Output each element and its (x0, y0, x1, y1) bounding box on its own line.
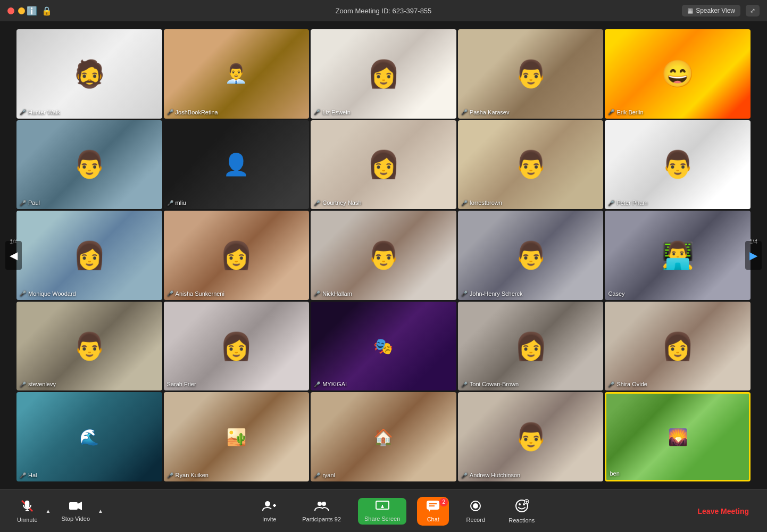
participant-name-shira: 🎤 Shira Ovide (608, 381, 647, 387)
participant-name-ryanl: 🎤 ryanl (314, 472, 335, 478)
participant-cell-hunter-walk: 🧔 🎤 Hunter Walk (16, 29, 162, 119)
participant-name-nick: 🎤 NickHallam (314, 290, 352, 297)
unmute-options-arrow[interactable]: ▲ (45, 508, 52, 514)
lock-icon[interactable]: 🔒 (41, 6, 52, 16)
camera-icon (69, 501, 82, 513)
svg-point-19 (473, 503, 478, 509)
mute-icon-stevenlevy: 🎤 (20, 381, 26, 387)
close-button[interactable] (7, 7, 14, 14)
mute-icon-erik: 🎤 (608, 109, 614, 115)
mute-icon-peter: 🎤 (608, 200, 614, 206)
mute-icon-toni: 🎤 (461, 381, 468, 387)
titlebar-right-controls: ▦ Speaker View ⤢ (682, 5, 760, 16)
reactions-button[interactable]: Reactions (502, 496, 541, 526)
mute-icon-mykigai: 🎤 (314, 381, 320, 387)
participant-name-johnhenry: 🎤 John-Henry Scherck (461, 290, 523, 297)
share-screen-button[interactable]: Share Screen (358, 498, 406, 525)
stop-video-control[interactable]: Stop Video ▲ (55, 498, 104, 525)
participant-cell-shira: 👩 🎤 Shira Ovide (605, 302, 751, 391)
participant-name-stevenlevy: 🎤 stevenlevy (20, 381, 56, 387)
reactions-icon (515, 499, 529, 515)
participant-name-monique: 🎤 Monique Woodard (20, 290, 76, 297)
participant-cell-liz: 👩 🎤 Liz Eswein (311, 29, 456, 119)
info-icon[interactable]: ℹ️ (27, 6, 37, 16)
participant-cell-sarah: 👩 Sarah Frier (164, 302, 310, 391)
participant-cell-ryan: 🏜️ 🎤 Ryan Kuiken (164, 392, 310, 481)
unmute-button[interactable]: Unmute (11, 497, 44, 526)
speaker-view-button[interactable]: ▦ Speaker View (682, 5, 740, 16)
participant-name-andrew: 🎤 Andrew Hutchinson (461, 472, 520, 478)
toolbar: Unmute ▲ Stop Video ▲ (0, 489, 767, 532)
participant-cell-mliu: 👤 🎤 mliu (164, 120, 310, 210)
minimize-button[interactable] (18, 7, 25, 14)
participants-icon-text: Participants (302, 516, 335, 522)
participant-cell-monique: 👩 🎤 Monique Woodard (16, 211, 162, 300)
participant-name-toni: 🎤 Toni Cowan-Brown (461, 381, 519, 387)
chat-label: Chat (427, 516, 439, 522)
previous-page-button[interactable]: ◀ (5, 241, 22, 270)
participant-name-ben: ben (610, 470, 619, 477)
svg-point-9 (318, 502, 322, 506)
svg-point-10 (322, 502, 326, 506)
participant-name-hal: 🎤 Hal (20, 472, 37, 478)
record-button[interactable]: Record (460, 497, 491, 526)
record-label: Record (466, 517, 485, 523)
svg-marker-5 (78, 502, 82, 510)
mute-icon-liz: 🎤 (314, 109, 320, 115)
video-grid: 🧔 🎤 Hunter Walk 👨‍💼 🎤 JoshBookRetina 👩 🎤… (16, 29, 751, 481)
toolbar-left: Unmute ▲ Stop Video ▲ (11, 497, 104, 526)
mute-icon-josh: 🎤 (167, 109, 173, 115)
invite-button[interactable]: Invite (253, 497, 285, 525)
svg-rect-4 (69, 502, 78, 510)
fullscreen-button[interactable]: ⤢ (746, 5, 760, 16)
participants-button[interactable]: Participants 92 (296, 497, 347, 525)
participants-wrapper: Participants 92 (296, 497, 347, 525)
invite-label: Invite (262, 516, 276, 522)
leave-meeting-button[interactable]: Leave Meeting (690, 503, 756, 520)
mute-icon-johnhenry: 🎤 (461, 290, 468, 296)
participant-name-pasha: 🎤 Pasha Karasev (461, 109, 510, 115)
stop-video-button[interactable]: Stop Video (55, 498, 96, 525)
mute-icon-shira: 🎤 (608, 381, 614, 387)
share-screen-icon (376, 501, 389, 513)
participant-cell-erik: 😄 🎤 Erik Berlin (605, 29, 751, 119)
stop-video-options-arrow[interactable]: ▲ (97, 508, 104, 514)
participant-name-mliu: 🎤 mliu (167, 200, 186, 206)
participant-cell-pasha: 👨 🎤 Pasha Karasev (458, 29, 604, 119)
next-page-button[interactable]: ▶ (745, 241, 762, 270)
participant-name-ryan: 🎤 Ryan Kuiken (167, 472, 209, 478)
participant-cell-nick: 👨 🎤 NickHallam (311, 211, 456, 300)
participant-name-peter: 🎤 Peter Pham (608, 200, 647, 206)
toolbar-right: Leave Meeting (690, 503, 756, 520)
svg-rect-14 (427, 501, 439, 510)
participant-name-forrest: 🎤 forrestbrown (461, 200, 502, 206)
participant-cell-peter: 👨 🎤 Peter Pham (605, 120, 751, 210)
participant-name-anisha: 🎤 Anisha Sunkerneni (167, 290, 224, 297)
svg-point-21 (519, 503, 521, 505)
share-screen-label: Share Screen (364, 516, 400, 522)
participant-name-paul: 🎤 Paul (20, 200, 40, 206)
mute-icon-hunter-walk: 🎤 (20, 109, 26, 115)
participant-cell-josh: 👨‍💼 🎤 JoshBookRetina (164, 29, 310, 119)
record-icon (469, 500, 482, 514)
reactions-label: Reactions (508, 517, 535, 523)
unmute-label: Unmute (17, 517, 38, 523)
participants-label: Participants 92 (302, 516, 341, 522)
chat-icon (426, 500, 440, 514)
participant-name-erik: 🎤 Erik Berlin (608, 109, 643, 115)
mute-icon-ryanl: 🎤 (314, 472, 320, 478)
participant-name-mykigai: 🎤 MYKIGAI (314, 381, 347, 387)
chat-badge: 2 (439, 498, 448, 506)
participant-cell-mykigai: 🎭 🎤 MYKIGAI (311, 302, 456, 391)
participant-cell-johnhenry: 👨 🎤 John-Henry Scherck (458, 211, 604, 300)
participant-cell-hal: 🌊 🎤 Hal (16, 392, 162, 481)
participant-cell-forrest: 👨 🎤 forrestbrown (458, 120, 604, 210)
participant-name-casey: Casey (608, 290, 624, 297)
unmute-control[interactable]: Unmute ▲ (11, 497, 52, 526)
mute-icon-forrest: 🎤 (461, 200, 468, 206)
mute-icon-hal: 🎤 (20, 472, 26, 478)
video-grid-area: ◀ 1/4 🧔 🎤 Hunter Walk 👨‍💼 🎤 JoshBookReti… (0, 21, 767, 489)
meeting-title: Zoom Meeting ID: 623-397-855 (336, 7, 432, 15)
participants-icon (314, 500, 329, 514)
participant-cell-courtney: 👩 🎤 Courtney Nash (311, 120, 456, 210)
